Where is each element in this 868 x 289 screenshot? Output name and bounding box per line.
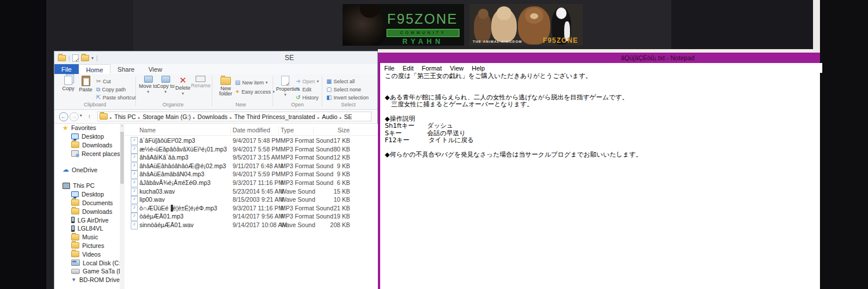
rename-button[interactable]: Rename bbox=[191, 76, 209, 88]
explorer-titlebar[interactable]: | ▾ | SE bbox=[54, 51, 377, 64]
menu-format[interactable]: Format bbox=[418, 65, 446, 72]
easy-access-button[interactable]: ✦ Easy access bbox=[235, 88, 274, 95]
pc-icon bbox=[62, 183, 70, 189]
forward-button[interactable]: → bbox=[69, 112, 79, 121]
qat-newfolder-icon[interactable] bbox=[81, 55, 89, 61]
sidebar-item-downloads[interactable]: Downloads bbox=[54, 207, 120, 216]
cut-button[interactable]: ✂ Cut bbox=[96, 77, 111, 85]
table-row[interactable]: ♪âhâAüEâmâbâN04.mp39/4/2017 5:59 PMMP3 F… bbox=[124, 170, 378, 179]
sidebar-item-pictures[interactable]: Pictures bbox=[54, 242, 120, 250]
menu-file[interactable]: File bbox=[380, 65, 399, 72]
column-header-name[interactable]: Name bbox=[139, 127, 231, 135]
table-row[interactable]: ♪sinnòáéµÆÄ01.wav9/14/2017 10:08 AMWave … bbox=[124, 221, 378, 229]
notepad-titlebar[interactable]: âQü[âÇÉòû¡.txt - Notepad bbox=[378, 53, 820, 63]
music-note-icon: ♪ bbox=[131, 196, 137, 201]
qat-properties-icon[interactable] bbox=[72, 54, 79, 62]
column-header-size[interactable]: Size bbox=[315, 127, 350, 135]
notepad-blank-line bbox=[385, 109, 813, 116]
scroll-up-icon[interactable]: ^ bbox=[120, 124, 124, 128]
sidebar-scrollbar[interactable]: ^ bbox=[120, 124, 124, 289]
banner-animal-kingdom[interactable]: THE ANIMAL KINGDOM F95ZONE bbox=[469, 4, 583, 46]
move-to-button[interactable]: Move to bbox=[139, 76, 157, 94]
table-row[interactable]: ♪âJâbâvÅ¾é¡ÂπéΣéΘ.mp39/3/2017 11:16 PMMP… bbox=[124, 179, 378, 187]
breadcrumb-segment[interactable]: Downloads bbox=[197, 113, 227, 120]
copy-to-button[interactable]: Copy to bbox=[156, 76, 175, 94]
move-to-label: Move to bbox=[139, 83, 157, 89]
sidebar-item-bd-rom-drive-f[interactable]: ▼BD-ROM Drive (F bbox=[54, 276, 120, 284]
breadcrumb-segment[interactable]: This PC bbox=[115, 113, 136, 120]
sidebar-item-videos[interactable]: Videos bbox=[54, 250, 120, 258]
tab-share[interactable]: Share bbox=[111, 64, 141, 74]
table-row[interactable]: ♪âhâAüEâhâóâhâóÆ@é¡02.mp39/11/2017 6:48 … bbox=[124, 162, 378, 171]
table-row[interactable]: ♪kucha03.wav5/23/2014 5:45 AMWave Sound1… bbox=[124, 187, 378, 196]
sidebar-item-game-sata-d-[interactable]: Game SaTa (D:) bbox=[54, 267, 120, 276]
new-item-button[interactable]: ▤ New item bbox=[235, 79, 267, 86]
properties-button[interactable]: Properties bbox=[276, 76, 295, 97]
breadcrumb-segment[interactable]: SE bbox=[344, 113, 352, 120]
banner-f95zone-community[interactable]: F95ZONE COMMUNITY RYAHN bbox=[343, 4, 464, 46]
sidebar-item-this-pc[interactable]: This PC bbox=[54, 181, 120, 190]
breadcrumb-segment[interactable]: Audio bbox=[322, 113, 337, 120]
sidebar-item-lg-airdrive[interactable]: LG AirDrive bbox=[54, 216, 120, 224]
column-header-date[interactable]: Date modified bbox=[233, 127, 279, 135]
ribbon-tabs: File Home Share View bbox=[54, 64, 377, 74]
breadcrumb[interactable]: ▸This PC▸Storage Main (G:)▸Downloads▸The… bbox=[97, 112, 372, 121]
sidebar-item-music[interactable]: Music bbox=[54, 233, 120, 242]
file-date-modified: 9/4/2017 5:58 PM bbox=[233, 146, 281, 153]
select-all-button[interactable]: ▦ Select all bbox=[326, 77, 355, 85]
column-header-type[interactable]: Type bbox=[281, 127, 314, 135]
sidebar-item-desktop[interactable]: Desktop bbox=[54, 132, 120, 141]
sidebar-item-desktop[interactable]: Desktop bbox=[54, 190, 120, 199]
select-none-button[interactable]: ▢ Select none bbox=[326, 86, 361, 93]
back-button[interactable]: ← bbox=[59, 112, 68, 121]
table-row[interactable]: ♪òáéµÆÄ01.mp39/14/2017 9:56 AMMP3 Format… bbox=[124, 212, 378, 221]
select-none-label: Select none bbox=[333, 87, 361, 92]
new-folder-button[interactable]: New folder bbox=[216, 76, 235, 97]
up-button[interactable]: ↑ bbox=[88, 113, 91, 120]
scrollbar-thumb[interactable] bbox=[120, 132, 124, 184]
paste-shortcut-button[interactable]: ⇱ Paste shortcut bbox=[96, 94, 136, 101]
paste-button[interactable]: Paste bbox=[76, 76, 95, 92]
open-button[interactable]: ➜ Open bbox=[296, 77, 319, 85]
sidebar-item-lgl84vl[interactable]: LGL84VL bbox=[54, 224, 120, 233]
tab-home[interactable]: Home bbox=[79, 64, 111, 74]
table-row[interactable]: ♪ò∩ÆÜüEé▐é¦é±É¦é¡éΦ.mp39/3/2017 11:16 PM… bbox=[124, 204, 378, 213]
tab-view[interactable]: View bbox=[141, 64, 169, 74]
copy-button[interactable]: Copy bbox=[59, 76, 78, 91]
sidebar-item-favorites[interactable]: ★Favorites bbox=[54, 124, 120, 132]
copy-path-button[interactable]: ⧉ Copy path bbox=[96, 86, 126, 93]
qat-customize-icon[interactable]: ▾ bbox=[91, 55, 94, 61]
music-note-icon: ♪ bbox=[131, 205, 137, 210]
delete-button[interactable]: ✕ Delete bbox=[174, 76, 192, 96]
quick-access-toolbar[interactable]: | ▾ | bbox=[58, 53, 98, 62]
table-row[interactable]: ♪æ½è‹üEâpâôâvâXüEï¹é¡01.mp39/4/2017 5:58… bbox=[124, 145, 378, 154]
sidebar-item-downloads[interactable]: Downloads bbox=[54, 141, 120, 150]
sidebar-item-onedrive[interactable]: ☁OneDrive bbox=[54, 165, 120, 174]
menu-view[interactable]: View bbox=[446, 65, 468, 72]
folder-icon bbox=[71, 199, 79, 206]
menu-help[interactable]: Help bbox=[468, 65, 489, 72]
table-row[interactable]: ♪âhâAâìKâ`âà.mp39/5/2017 3:15 AMMP3 Form… bbox=[124, 153, 378, 162]
edit-button[interactable]: ✎ Edit bbox=[296, 86, 311, 93]
invert-selection-button[interactable]: ◧ Invert selection bbox=[326, 94, 369, 101]
edit-label: Edit bbox=[302, 87, 311, 92]
table-row[interactable]: ♪lip00.wav8/15/2003 9:21 AMWave Sound10 … bbox=[124, 195, 378, 204]
sidebar-item-local-disk-c-[interactable]: Local Disk (C:) bbox=[54, 258, 120, 267]
sidebar-item-documents[interactable]: Documents bbox=[54, 199, 120, 208]
breadcrumb-segment[interactable]: The Third Princess_translated bbox=[234, 113, 315, 120]
file-name: sinnòáéµÆÄ01.wav bbox=[139, 221, 194, 228]
history-button[interactable]: ↺ History bbox=[296, 94, 318, 101]
open-label: Open bbox=[302, 79, 315, 84]
recent-locations-dropdown[interactable]: ▾ bbox=[80, 113, 82, 118]
sidebar-item-recent-places[interactable]: Recent places bbox=[54, 149, 120, 158]
sidebar-item-label: LG AirDrive bbox=[78, 217, 109, 224]
table-row[interactable]: ♪â`âFü[âôüEï²02.mp39/4/2017 5:48 PMMP3 F… bbox=[124, 136, 378, 145]
notepad-text-area[interactable]: この度は「第三王女の戯れ」をご購入いただきありがとうございます。◆ある青年が館に… bbox=[385, 73, 813, 287]
menu-edit[interactable]: Edit bbox=[399, 65, 418, 72]
tab-file[interactable]: File bbox=[54, 64, 79, 74]
file-size: 10 KB bbox=[315, 196, 350, 203]
qat-folder-icon[interactable] bbox=[58, 55, 66, 61]
file-size: 21 KB bbox=[315, 205, 350, 212]
breadcrumb-segment[interactable]: Storage Main (G:) bbox=[142, 113, 190, 120]
copy-label: Copy bbox=[62, 86, 74, 91]
